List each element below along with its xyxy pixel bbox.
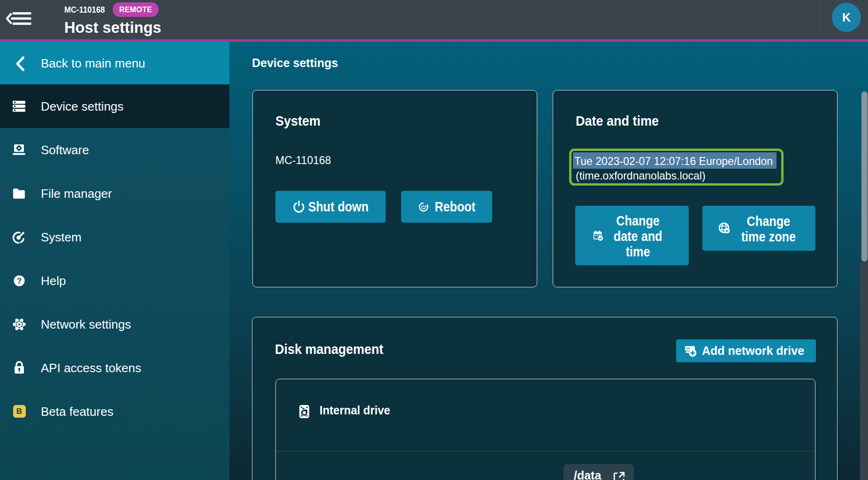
svg-text:?: ?: [17, 276, 22, 285]
